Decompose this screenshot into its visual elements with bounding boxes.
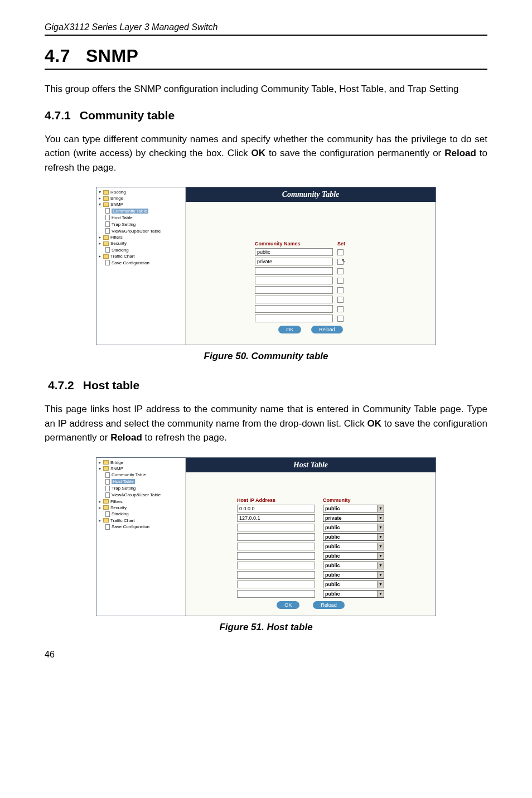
page-icon	[105, 247, 110, 253]
host-ip-input[interactable]	[237, 581, 315, 588]
expand-icon[interactable]: ▸	[98, 505, 102, 510]
ok-strong: OK	[367, 418, 381, 429]
host-ip-input[interactable]: 0.0.0.0	[237, 505, 315, 512]
host-ip-input[interactable]	[237, 571, 315, 579]
tree-stacking[interactable]: Stacking	[98, 246, 184, 253]
tree-trap-setting[interactable]: Trap Setting	[98, 221, 184, 228]
host-ip-input[interactable]	[237, 524, 315, 531]
tree-rooting[interactable]: ▾Rooting	[98, 189, 184, 195]
tree-community-table[interactable]: Community Table	[98, 472, 184, 478]
folder-icon	[103, 460, 109, 465]
tree-snmp[interactable]: ▾SNMP	[98, 466, 184, 472]
set-checkbox[interactable]	[337, 249, 344, 255]
host-ip-input[interactable]	[237, 590, 315, 598]
tree-save-config[interactable]: Save Configuration	[98, 259, 184, 266]
page-icon	[105, 524, 110, 530]
set-checkbox[interactable]	[337, 268, 344, 274]
tree-bridge[interactable]: ▸Bridge	[98, 195, 184, 201]
set-checkbox[interactable]	[337, 316, 344, 322]
tree-label: Host Table	[112, 215, 133, 220]
table-row: 127.0.0.1private▼	[237, 514, 384, 522]
expand-icon[interactable]: ▸	[98, 518, 102, 523]
community-name-input[interactable]: private	[255, 258, 333, 265]
tree-traffic-chart[interactable]: ▸Traffic Chart	[98, 253, 184, 259]
tree-label: Traffic Chart	[110, 518, 135, 523]
table-row: public	[255, 248, 366, 256]
expand-icon[interactable]: ▸	[98, 460, 102, 465]
tree-security[interactable]: ▸Security	[98, 240, 184, 246]
tree-label: Community Table	[112, 472, 146, 477]
host-ip-input[interactable]: 127.0.0.1	[237, 514, 315, 522]
community-select[interactable]: public▼	[323, 533, 384, 541]
ok-strong: OK	[252, 148, 266, 158]
chevron-down-icon: ▼	[377, 515, 384, 521]
table-row: 0.0.0.0public▼	[237, 505, 384, 512]
table-row	[255, 315, 366, 322]
folder-icon	[103, 466, 109, 471]
expand-icon[interactable]: ▸	[98, 499, 102, 504]
table-row	[255, 305, 366, 313]
collapse-icon[interactable]: ▾	[98, 190, 102, 195]
community-name-input[interactable]	[255, 296, 333, 303]
set-checkbox[interactable]	[337, 278, 344, 284]
tree-view-group[interactable]: View&Group&User Table	[98, 492, 184, 499]
tree-security[interactable]: ▸Security	[98, 505, 184, 511]
community-select[interactable]: private▼	[323, 514, 384, 522]
set-checkbox[interactable]	[337, 287, 344, 293]
collapse-icon[interactable]: ▾	[98, 202, 102, 207]
community-name-input[interactable]	[255, 277, 333, 284]
tree-filters[interactable]: ▸Filters	[98, 234, 184, 240]
community-select[interactable]: public▼	[323, 571, 384, 579]
table-row	[255, 286, 366, 294]
chevron-down-icon: ▼	[377, 505, 384, 512]
tree-stacking[interactable]: Stacking	[98, 511, 184, 518]
community-select[interactable]: public▼	[323, 581, 384, 588]
reload-button[interactable]: Reload	[313, 601, 345, 609]
tree-view-group[interactable]: View&Group&User Table	[98, 228, 184, 234]
host-ip-input[interactable]	[237, 533, 315, 541]
expand-icon[interactable]: ▸	[98, 254, 102, 259]
community-name-input[interactable]: public	[255, 248, 333, 256]
set-checkbox[interactable]	[337, 306, 344, 312]
collapse-icon[interactable]: ▾	[98, 466, 102, 471]
community-name-input[interactable]	[255, 286, 333, 294]
tree-trap-setting[interactable]: Trap Setting	[98, 485, 184, 492]
table-row: public▼	[237, 590, 384, 598]
community-select[interactable]: public▼	[323, 562, 384, 569]
table-row: public▼	[237, 543, 384, 550]
community-name-input[interactable]	[255, 305, 333, 313]
page-icon	[105, 486, 110, 491]
tree-host-table[interactable]: Host Table	[98, 478, 184, 485]
tree-traffic-chart[interactable]: ▸Traffic Chart	[98, 518, 184, 524]
community-select[interactable]: public▼	[323, 590, 384, 598]
tree-snmp[interactable]: ▾SNMP	[98, 201, 184, 207]
community-select[interactable]: public▼	[323, 552, 384, 560]
tree-save-config[interactable]: Save Configuration	[98, 524, 184, 530]
expand-icon[interactable]: ▸	[98, 235, 102, 240]
chevron-down-icon: ▼	[377, 562, 384, 569]
page-icon	[105, 228, 110, 234]
reload-button[interactable]: Reload	[311, 326, 343, 333]
tree-bridge[interactable]: ▸Bridge	[98, 460, 184, 466]
community-name-input[interactable]	[255, 315, 333, 322]
panel-header: Host Table	[186, 458, 436, 472]
tree-filters[interactable]: ▸Filters	[98, 499, 184, 505]
subsection-heading: 4.7.1Community table	[45, 109, 487, 122]
table-row	[255, 296, 366, 303]
community-name-input[interactable]	[255, 267, 333, 275]
host-ip-input[interactable]	[237, 562, 315, 569]
host-ip-input[interactable]	[237, 552, 315, 560]
folder-icon	[103, 196, 109, 201]
tree-host-table[interactable]: Host Table	[98, 214, 184, 221]
expand-icon[interactable]: ▸	[98, 241, 102, 246]
set-checkbox[interactable]	[337, 297, 344, 303]
community-select[interactable]: public▼	[323, 543, 384, 550]
host-ip-input[interactable]	[237, 543, 315, 550]
tree-community-table[interactable]: Community Table	[98, 207, 184, 214]
community-select[interactable]: public▼	[323, 505, 384, 512]
community-select[interactable]: public▼	[323, 524, 384, 531]
table-header: Host IP Address Community	[237, 497, 384, 503]
ok-button[interactable]: OK	[278, 326, 301, 333]
expand-icon[interactable]: ▸	[98, 196, 102, 201]
ok-button[interactable]: OK	[277, 601, 299, 609]
